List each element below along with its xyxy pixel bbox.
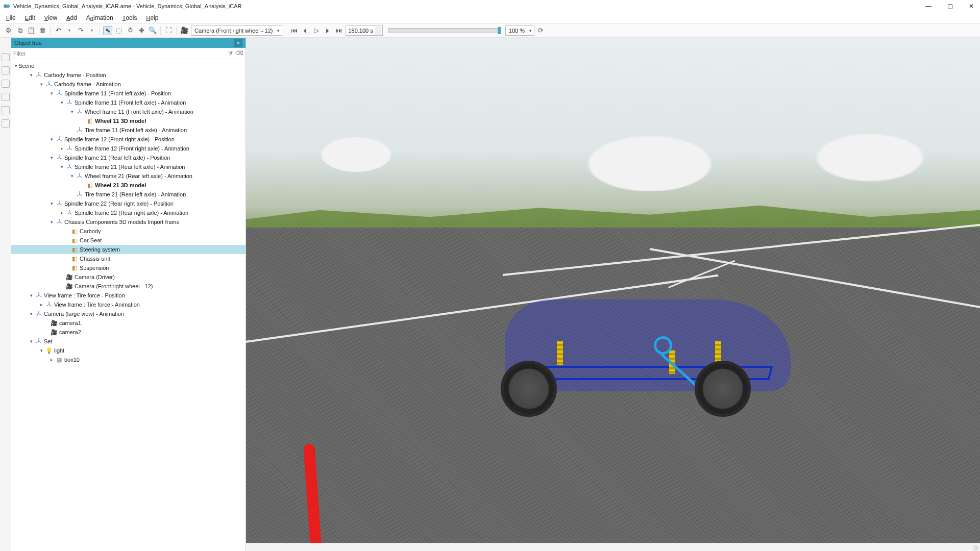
rail-icon-2[interactable]: [2, 66, 10, 74]
timeline-slider[interactable]: [388, 28, 500, 33]
camera-dropdown[interactable]: Camera (Front right wheel - 12): [191, 26, 282, 36]
cube-icon: ◧: [71, 264, 78, 271]
tree-wf11-anim[interactable]: ▾Wheel frame 11 (Front left axle) - Anim…: [11, 107, 246, 116]
menu-add[interactable]: Add: [66, 14, 77, 21]
menu-tools[interactable]: Tools: [122, 14, 137, 21]
filter-input[interactable]: [13, 51, 225, 57]
rail-icon-1[interactable]: [2, 53, 10, 61]
tree-set[interactable]: ▾Set: [11, 337, 246, 346]
rail-icon-4[interactable]: [2, 93, 10, 101]
undo-icon[interactable]: ↶: [54, 26, 63, 35]
menu-bar: File Edit View Add Animation Tools Help: [0, 12, 980, 23]
menu-help[interactable]: Help: [146, 14, 158, 21]
select-tool-icon[interactable]: ⬉: [103, 26, 112, 35]
tree-sp11-pos[interactable]: ▾Spindle frame 11 (Front left axle) - Po…: [11, 89, 246, 98]
object-tree[interactable]: ▾Scene ▾Carbody frame - Position ▾Carbod…: [11, 59, 246, 551]
orbit-icon[interactable]: ⥁: [126, 26, 135, 35]
menu-edit[interactable]: Edit: [25, 14, 35, 21]
axes-icon: [35, 338, 42, 345]
tree-chassis-import[interactable]: ▾Chassis Components 3D models Import fra…: [11, 217, 246, 227]
redo-menu-icon[interactable]: ▾: [87, 26, 96, 35]
tree-sp21-anim[interactable]: ▾Spindle frame 21 (Rear left axle) - Ani…: [11, 162, 246, 171]
tree-camera1[interactable]: ▸🎥camera1: [11, 318, 246, 328]
tree-camera2[interactable]: ▸🎥camera2: [11, 328, 246, 337]
resize-grip-icon[interactable]: [973, 545, 978, 550]
axes-icon: [76, 127, 83, 134]
paste-icon[interactable]: 📋: [27, 26, 36, 35]
redo-icon[interactable]: ↷: [76, 26, 85, 35]
loop-icon[interactable]: ⟳: [536, 26, 546, 35]
cube-icon: ◧: [71, 246, 78, 253]
zoom-dropdown[interactable]: 100 %: [505, 26, 534, 36]
tree-sp12-pos[interactable]: ▾Spindle frame 12 (Front right axle) - P…: [11, 135, 246, 144]
axes-icon: [66, 209, 73, 216]
cube-icon: ◧: [86, 117, 93, 124]
fit-view-icon[interactable]: ⛶: [164, 26, 173, 35]
panel-close-button[interactable]: ×: [234, 39, 242, 47]
box-icon: ▦: [56, 356, 63, 363]
play-icon[interactable]: ▷: [312, 26, 321, 35]
tree-carbody[interactable]: ▸◧Carbody: [11, 227, 246, 236]
tree-sp12-anim[interactable]: ▸Spindle frame 12 (Front right axle) - A…: [11, 144, 246, 153]
vehicle-model: [496, 294, 797, 427]
tree-scene[interactable]: ▾Scene: [11, 61, 246, 70]
tree-sp22-pos[interactable]: ▾Spindle frame 22 (Rear right axle) - Po…: [11, 199, 246, 208]
menu-view[interactable]: View: [44, 14, 57, 21]
tree-view-tire-anim[interactable]: ▸View frame : Tire force - Animation: [11, 300, 246, 309]
tree-view-tire-pos[interactable]: ▾View frame : Tire force - Position: [11, 291, 246, 300]
camera-node-icon: 🎥: [66, 283, 73, 290]
pan-icon[interactable]: ✥: [137, 26, 146, 35]
cube-icon: ◧: [71, 237, 78, 244]
filter-funnel-icon[interactable]: ⧩: [226, 49, 234, 58]
tree-carbody-anim[interactable]: ▾Carbody frame - Animation: [11, 80, 246, 89]
menu-animation[interactable]: Animation: [86, 14, 113, 21]
delete-icon[interactable]: 🗑: [38, 26, 47, 35]
region-select-icon[interactable]: ⬚: [114, 26, 124, 35]
menu-file[interactable]: File: [6, 14, 16, 21]
axes-icon: [66, 145, 73, 152]
tree-wheel21-model[interactable]: ▸◧Wheel 21 3D model: [11, 181, 246, 190]
copy-icon[interactable]: ⧉: [15, 26, 24, 35]
viewport-3d[interactable]: [246, 38, 980, 551]
cube-icon: ◧: [71, 228, 78, 235]
tree-cam-driver[interactable]: ▸🎥Camera (Driver): [11, 272, 246, 282]
tree-carseat[interactable]: ▸◧Car Seat: [11, 236, 246, 245]
skip-start-icon[interactable]: ⏮: [289, 26, 299, 35]
skip-end-icon[interactable]: ⏭: [334, 26, 344, 35]
tree-sp22-anim[interactable]: ▸Spindle frame 22 (Rear right axle) - An…: [11, 208, 246, 217]
rail-icon-5[interactable]: [2, 106, 10, 114]
time-field[interactable]: 180.100 s ▴▾: [346, 26, 382, 36]
rail-icon-3[interactable]: [2, 80, 10, 88]
maximize-button[interactable]: ▢: [946, 3, 953, 10]
rail-icon-6[interactable]: [2, 119, 10, 128]
cube-icon: ◧: [71, 255, 78, 262]
svg-point-1: [6, 4, 10, 8]
tree-tire21-anim[interactable]: ▸Tire frame 21 (Rear left axle) - Animat…: [11, 190, 246, 199]
tree-carbody-pos[interactable]: ▾Carbody frame - Position: [11, 70, 246, 80]
axes-icon: [66, 99, 73, 106]
step-forward-icon[interactable]: ⏵: [323, 26, 332, 35]
camera-icon[interactable]: 🎥: [180, 26, 189, 35]
close-button[interactable]: ✕: [968, 3, 975, 10]
tree-tire11-anim[interactable]: ▸Tire frame 11 (Front left axle) - Anima…: [11, 126, 246, 135]
tree-cam-large-anim[interactable]: ▾Camera (large view) - Animation: [11, 309, 246, 318]
tree-sp21-pos[interactable]: ▾Spindle frame 21 (Rear left axle) - Pos…: [11, 153, 246, 162]
cube-icon: ◧: [86, 182, 93, 189]
tree-wheel11-model[interactable]: ▸◧Wheel 11 3D model: [11, 116, 246, 126]
light-icon: 💡: [45, 347, 53, 354]
settings-icon[interactable]: ⚙: [4, 26, 13, 35]
step-back-icon[interactable]: ⏴: [301, 26, 310, 35]
tree-box10[interactable]: ▸▦box10: [11, 355, 246, 364]
zoom-icon[interactable]: 🔍: [148, 26, 157, 35]
tree-wf21-anim[interactable]: ▾Wheel frame 21 (Rear left axle) - Anima…: [11, 171, 246, 181]
tree-steering[interactable]: ▸◧Steering system: [11, 245, 246, 254]
filter-clear-icon[interactable]: ⌫: [235, 49, 243, 58]
tree-light[interactable]: ▾💡light: [11, 346, 246, 355]
tree-suspension[interactable]: ▸◧Suspension: [11, 263, 246, 272]
minimize-button[interactable]: —: [925, 3, 932, 10]
tree-cam-frw12[interactable]: ▸🎥Camera (Front right wheel - 12): [11, 282, 246, 291]
axes-icon: [76, 191, 83, 198]
tree-chassis-unit[interactable]: ▸◧Chassis unit: [11, 254, 246, 263]
undo-menu-icon[interactable]: ▾: [65, 26, 74, 35]
tree-sp11-anim[interactable]: ▾Spindle frame 11 (Front left axle) - An…: [11, 98, 246, 107]
